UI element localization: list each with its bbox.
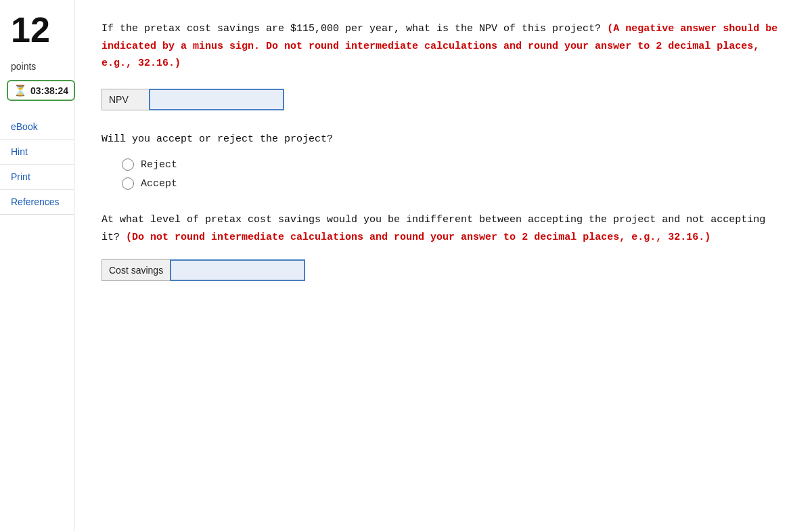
- sidebar-links: eBook Hint Print References: [0, 114, 74, 215]
- reject-radio[interactable]: [122, 158, 134, 171]
- cost-savings-row: Cost savings: [102, 259, 778, 281]
- cost-savings-input[interactable]: [170, 259, 305, 281]
- timer-box: ⏳ 03:38:24: [7, 80, 75, 101]
- npv-input[interactable]: [149, 89, 284, 110]
- hint-link[interactable]: Hint: [0, 140, 74, 165]
- indifference-text-highlight: (Do not round intermediate calculations …: [126, 232, 710, 243]
- indifference-text: At what level of pretax cost savings wou…: [102, 211, 778, 246]
- accept-label: Accept: [141, 178, 177, 190]
- accept-radio[interactable]: [122, 177, 134, 190]
- timer-value: 03:38:24: [30, 85, 68, 96]
- page-container: 12 points ⏳ 03:38:24 eBook Hint Print Re…: [0, 0, 812, 531]
- radio-group: Reject Accept: [102, 158, 778, 190]
- cost-savings-label: Cost savings: [102, 259, 170, 281]
- question-number: 12: [0, 7, 61, 58]
- indifference-section: At what level of pretax cost savings wou…: [102, 211, 778, 281]
- ebook-link[interactable]: eBook: [0, 114, 74, 140]
- sidebar: 12 points ⏳ 03:38:24 eBook Hint Print Re…: [0, 0, 74, 531]
- question-text: If the pretax cost savings are $115,000 …: [102, 20, 778, 72]
- timer-icon: ⏳: [14, 84, 27, 97]
- reject-label: Reject: [141, 159, 177, 171]
- npv-input-row: NPV: [102, 89, 778, 110]
- npv-label: NPV: [102, 89, 149, 110]
- references-link[interactable]: References: [0, 190, 74, 215]
- accept-question: Will you accept or reject the project?: [102, 131, 778, 148]
- accept-option[interactable]: Accept: [122, 177, 778, 190]
- print-link[interactable]: Print: [0, 165, 74, 190]
- points-label: points: [0, 58, 47, 75]
- accept-section: Will you accept or reject the project? R…: [102, 131, 778, 190]
- reject-option[interactable]: Reject: [122, 158, 778, 171]
- question-text-plain: If the pretax cost savings are $115,000 …: [102, 23, 601, 35]
- main-content: If the pretax cost savings are $115,000 …: [74, 0, 812, 531]
